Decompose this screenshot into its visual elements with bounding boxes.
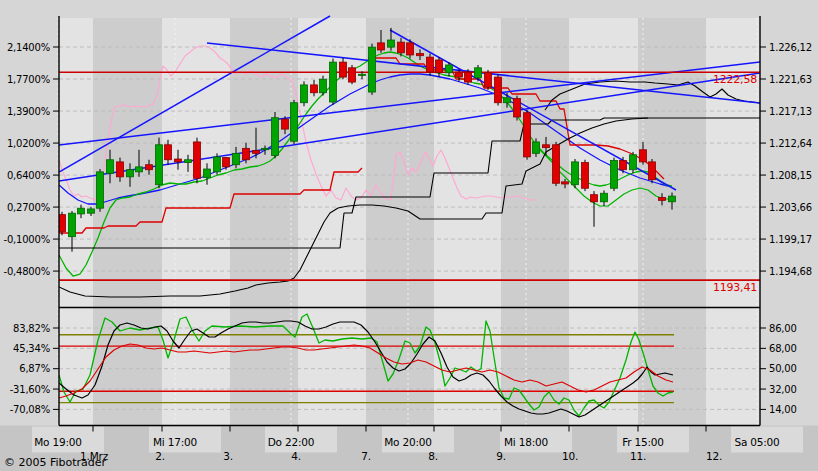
main-right-axis-label: 1.203,66 bbox=[769, 202, 812, 213]
main-right-axis-label: 1.194,68 bbox=[769, 266, 812, 277]
candle-down bbox=[117, 162, 124, 177]
candle-down bbox=[485, 73, 492, 87]
main-right-axis-label: 1.217,13 bbox=[769, 106, 812, 117]
date-label: 9. bbox=[496, 450, 506, 462]
candle-down bbox=[465, 72, 472, 82]
candle-up bbox=[572, 162, 579, 185]
candle-up bbox=[127, 170, 134, 177]
main-left-axis-label: 1,3900% bbox=[7, 106, 50, 117]
lower-left-axis-label: -31,60% bbox=[10, 384, 50, 395]
candle-up bbox=[262, 148, 269, 149]
candle-up bbox=[369, 47, 376, 92]
lower-left-axis-label: 45,34% bbox=[13, 343, 50, 354]
candle-up bbox=[78, 208, 85, 214]
candle-up bbox=[136, 167, 143, 172]
candle-down bbox=[146, 165, 153, 170]
candle-up bbox=[601, 193, 608, 202]
candle-down bbox=[553, 145, 560, 183]
candle-down bbox=[514, 98, 521, 117]
date-label: 7. bbox=[361, 450, 371, 462]
candle-up bbox=[533, 142, 540, 153]
candle-up bbox=[611, 160, 618, 188]
candle-up bbox=[214, 157, 221, 172]
main-right-axis-label: 1.226,12 bbox=[769, 42, 812, 53]
time-label: Sa 05:00 bbox=[734, 436, 779, 448]
candle-up bbox=[301, 85, 308, 103]
candle-down bbox=[407, 43, 414, 55]
alert-price-label: 1222,58 bbox=[713, 73, 757, 86]
candle-down bbox=[543, 145, 550, 148]
fibotrader-chart-window: 2,1400%1.226,121,7700%1.221,631,3900%1.2… bbox=[0, 0, 818, 471]
candle-down bbox=[495, 77, 502, 103]
main-left-axis-label: 0,6400% bbox=[7, 170, 50, 181]
candle-down bbox=[340, 62, 347, 77]
candle-down bbox=[640, 150, 647, 162]
main-right-axis-label: 1.212,64 bbox=[769, 138, 812, 149]
candle-down bbox=[398, 42, 405, 53]
candle-up bbox=[156, 145, 163, 185]
candle-down bbox=[378, 43, 385, 50]
candle-down bbox=[649, 162, 656, 180]
candle-up bbox=[107, 160, 114, 174]
lower-right-axis-label: 86,00 bbox=[769, 323, 797, 334]
candle-down bbox=[582, 163, 589, 189]
date-label: 2. bbox=[155, 450, 165, 462]
time-label: Fr 15:00 bbox=[622, 436, 664, 448]
time-label: Mi 18:00 bbox=[504, 436, 548, 448]
candle-down bbox=[282, 119, 289, 129]
copyright-label: © 2005 Fibotrader bbox=[4, 456, 106, 469]
candle-up bbox=[320, 79, 327, 93]
main-left-axis-label: 1,0200% bbox=[7, 138, 50, 149]
main-left-axis-label: -0,4800% bbox=[3, 266, 50, 277]
candle-up bbox=[446, 65, 453, 73]
candle-up bbox=[359, 74, 366, 75]
candle-up bbox=[630, 155, 637, 170]
main-right-axis-label: 1.208,15 bbox=[769, 170, 812, 181]
main-right-axis-label: 1.221,63 bbox=[769, 74, 812, 85]
lower-right-axis-label: 32,00 bbox=[769, 384, 797, 395]
candle-up bbox=[388, 40, 395, 47]
candle-up bbox=[669, 196, 676, 202]
lower-left-axis-label: -70,08% bbox=[10, 404, 50, 415]
candle-down bbox=[417, 54, 424, 56]
time-label: Mi 17:00 bbox=[153, 436, 197, 448]
candle-down bbox=[243, 148, 250, 159]
candle-down bbox=[253, 150, 260, 153]
candle-up bbox=[272, 118, 279, 156]
time-label: Mo 19:00 bbox=[34, 436, 81, 448]
lower-left-axis-label: 6,87% bbox=[19, 363, 50, 374]
candle-down bbox=[591, 195, 598, 202]
main-left-axis-label: 2,1400% bbox=[7, 42, 50, 53]
date-label: 12. bbox=[706, 450, 722, 462]
candle-up bbox=[185, 160, 192, 163]
candle-up bbox=[69, 213, 76, 237]
date-label: 8. bbox=[428, 450, 438, 462]
date-label: 3. bbox=[223, 450, 233, 462]
candle-up bbox=[97, 172, 104, 208]
candle-down bbox=[165, 145, 172, 160]
candle-down bbox=[524, 113, 531, 157]
alert-price-label: 1193,41 bbox=[713, 281, 757, 294]
candle-down bbox=[436, 60, 443, 73]
lower-right-axis-label: 68,00 bbox=[769, 343, 797, 354]
candle-up bbox=[330, 62, 337, 102]
main-right-axis-label: 1.199,17 bbox=[769, 234, 812, 245]
candle-down bbox=[427, 57, 434, 72]
candle-down bbox=[562, 182, 569, 184]
date-label: 10. bbox=[562, 450, 578, 462]
candle-up bbox=[475, 68, 482, 78]
candle-down bbox=[659, 198, 666, 201]
date-label: 11. bbox=[630, 450, 646, 462]
lower-left-axis-label: 83,82% bbox=[13, 323, 50, 334]
time-label: Do 22:00 bbox=[268, 436, 315, 448]
candle-up bbox=[204, 169, 211, 178]
chart-canvas[interactable]: 2,1400%1.226,121,7700%1.221,631,3900%1.2… bbox=[0, 0, 818, 471]
candle-up bbox=[291, 103, 298, 141]
time-label: Mo 20:00 bbox=[384, 436, 431, 448]
candle-up bbox=[504, 98, 511, 103]
candle-down bbox=[311, 85, 318, 93]
candle-down bbox=[194, 142, 201, 178]
candle-down bbox=[620, 160, 627, 169]
candle-down bbox=[456, 72, 463, 77]
lower-right-axis-label: 50,00 bbox=[769, 363, 797, 374]
